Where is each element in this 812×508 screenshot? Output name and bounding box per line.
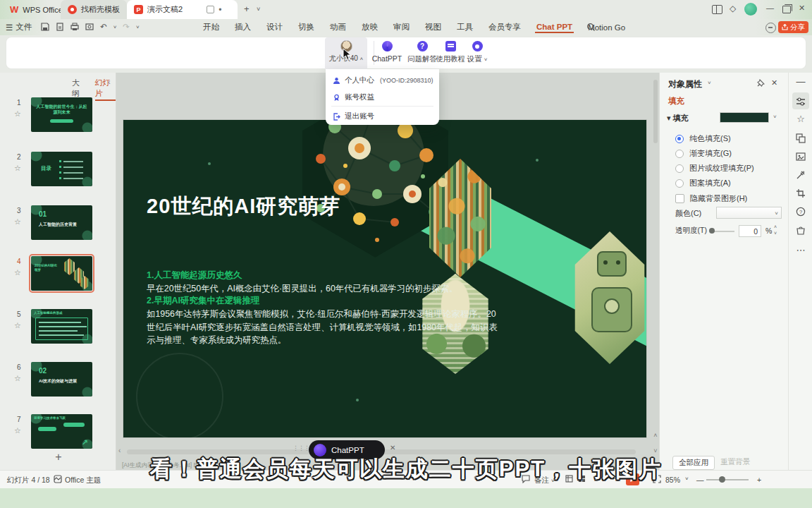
slide-thumbnail-4-selected[interactable]: 20世纪的AI研究萌芽 xyxy=(31,256,92,291)
favorite-star-icon[interactable]: ☆ xyxy=(14,374,21,383)
favorite-star-icon[interactable]: ☆ xyxy=(14,109,21,119)
slide-canvas[interactable]: 20世纪的AI研究萌芽 1.人工智能起源历史悠久 早在20世纪50年代，AI概念… xyxy=(116,73,659,470)
cloud-sync-icon[interactable] xyxy=(207,6,214,13)
option-picture-fill[interactable]: 图片或纹理填充(P) xyxy=(675,163,754,174)
chatppt-dock-handle[interactable]: ⋮⋮⋮ xyxy=(293,445,309,452)
slide-body-1[interactable]: 早在20世纪50年代，AI概念由艾伦·图灵提出，60年代已有机器学习的初步探索。 xyxy=(147,282,503,296)
panel-title-chevron[interactable]: ˅ xyxy=(708,80,711,86)
transparency-spinner[interactable]: ˄˅ xyxy=(774,224,777,236)
option-hide-background[interactable]: 隐藏背景图形(H) xyxy=(675,193,747,204)
menu-slideshow[interactable]: 放映 xyxy=(360,20,379,34)
image-rail-icon[interactable] xyxy=(789,150,812,162)
tab-list-chevron[interactable]: ˅ xyxy=(257,6,260,13)
current-slide[interactable]: 20世纪的AI研究萌芽 1.人工智能起源历史悠久 早在20世纪50年代，AI概念… xyxy=(123,120,646,437)
menu-view[interactable]: 视图 xyxy=(424,20,443,34)
menu-animation[interactable]: 动画 xyxy=(328,20,347,34)
undo-icon[interactable]: ↶ xyxy=(100,22,107,32)
favorite-star-icon[interactable]: ☆ xyxy=(14,164,21,173)
tab-docer-templates[interactable]: 找稻壳模板 xyxy=(61,0,127,19)
fill-section-header[interactable]: ▾ 填充 xyxy=(667,113,689,123)
option-solid-fill[interactable]: 纯色填充(S) xyxy=(675,133,731,144)
print-preview-icon[interactable] xyxy=(85,23,94,31)
radio-selected[interactable] xyxy=(675,135,684,143)
radio[interactable] xyxy=(675,150,684,158)
material-bag-rail-icon[interactable] xyxy=(789,224,812,235)
menu-home[interactable]: 开始 xyxy=(202,20,221,34)
minimize-button[interactable]: — xyxy=(766,4,774,12)
search-icon[interactable] xyxy=(586,23,596,32)
menu-insert[interactable]: 插入 xyxy=(233,20,252,34)
object-properties-rail-icon[interactable] xyxy=(789,95,812,107)
slide-heading-2[interactable]: 2.早期AI研究集中在逻辑推理 xyxy=(147,295,259,307)
tab-wps-home[interactable]: W WPS Office xyxy=(3,0,70,19)
collapse-ribbon-icon[interactable] xyxy=(765,23,776,33)
favorite-star-icon[interactable]: ☆ xyxy=(14,268,21,277)
favorite-star-icon[interactable]: ☆ xyxy=(14,321,21,330)
swatch-chevron[interactable]: ˅ xyxy=(773,114,777,120)
crop-rail-icon[interactable] xyxy=(789,187,812,198)
question-answer-icon: ? xyxy=(417,41,428,52)
windows-taskbar: 搜索 1 W ˄ S 17:25 2024/3/4 xyxy=(0,488,812,508)
vertical-scrollbar[interactable] xyxy=(653,80,658,143)
settings-button[interactable]: 设置 ˅ xyxy=(458,41,496,64)
chatppt-dock-close-icon[interactable]: ✕ xyxy=(390,444,395,452)
slide-thumbnail-3[interactable]: 01 人工智能的历史背景 xyxy=(31,205,92,240)
undo-chevron[interactable]: ˅ xyxy=(113,24,117,30)
radio[interactable] xyxy=(675,164,684,173)
collapse-panel-icon[interactable]: ‹ xyxy=(108,78,111,86)
menu-design[interactable]: 设计 xyxy=(265,20,284,34)
shapes-rail-icon[interactable] xyxy=(789,132,812,143)
menu-tools[interactable]: 工具 xyxy=(455,20,474,34)
slide-heading-1[interactable]: 1.人工智能起源历史悠久 xyxy=(147,270,242,282)
save-icon[interactable] xyxy=(41,23,49,31)
menu-chatppt[interactable]: Chat PPT xyxy=(535,21,574,33)
tab-presentation2[interactable]: P 演示文稿2 • xyxy=(127,0,238,19)
favorite-star-icon[interactable]: ☆ xyxy=(14,426,21,435)
maximize-button[interactable] xyxy=(782,6,791,13)
smart-tools-rail-icon[interactable] xyxy=(789,169,812,180)
slide-body-2[interactable]: 如1956年达特茅斯会议聚焦智能模拟，艾伦·纽厄尔和赫伯特·西蒙开发逻辑理论家程… xyxy=(147,308,503,347)
transparency-value-input[interactable]: 0 xyxy=(739,225,761,237)
fill-color-swatch[interactable] xyxy=(720,112,769,123)
slide-thumbnail-6[interactable]: 02 AI技术的突破与进展 xyxy=(31,362,92,397)
redo-chevron[interactable]: ˅ xyxy=(136,24,140,30)
panel-title[interactable]: 对象属性 xyxy=(668,78,702,90)
split-window-icon[interactable] xyxy=(712,5,722,14)
option-pattern-fill[interactable]: 图案填充(A) xyxy=(675,178,731,188)
option-gradient-fill[interactable]: 渐变填充(G) xyxy=(675,148,732,159)
print-icon[interactable] xyxy=(70,23,79,31)
share-button[interactable]: 分享 xyxy=(778,21,808,33)
effects-star-rail-icon[interactable]: ☆ xyxy=(789,114,812,124)
fill-tab[interactable]: 填充 xyxy=(668,96,684,107)
collapse-rail-icon[interactable]: — xyxy=(789,76,812,87)
radio[interactable] xyxy=(675,179,684,188)
workspace-cube-icon[interactable]: ◇ xyxy=(730,4,736,13)
checkbox[interactable] xyxy=(675,194,684,203)
help-rail-icon[interactable]: ? xyxy=(789,205,812,217)
menu-item-benefits[interactable]: 账号权益 xyxy=(326,89,439,106)
hscroll-left-arrow[interactable]: ‹ xyxy=(118,447,121,454)
slide-row-3: 3 ☆ 01 人工智能的历史背景 xyxy=(0,205,116,245)
menu-member[interactable]: 会员专享 xyxy=(487,20,522,34)
user-avatar[interactable] xyxy=(744,3,757,16)
slide-thumbnail-5[interactable]: 人工智能概念的形成 xyxy=(31,309,92,344)
export-pdf-icon[interactable] xyxy=(56,23,64,31)
slide-thumbnail-2[interactable]: 目录 xyxy=(31,152,92,186)
color-dropdown[interactable]: ˅ xyxy=(716,207,782,219)
menu-review[interactable]: 审阅 xyxy=(392,20,411,34)
menu-item-profile[interactable]: 个人中心 (YOO-ID:2908310) xyxy=(326,72,439,89)
favorite-star-icon[interactable]: ☆ xyxy=(14,217,21,226)
slide-thumbnail-1[interactable]: 人工智能的前世今生：从起源到未来 xyxy=(31,97,92,132)
menu-transition[interactable]: 切换 xyxy=(297,20,316,34)
pin-icon[interactable] xyxy=(757,79,765,88)
slide-title[interactable]: 20世纪的AI研究萌芽 xyxy=(147,192,358,220)
new-tab-button[interactable]: + xyxy=(244,4,250,14)
close-button[interactable]: ✕ xyxy=(799,4,805,13)
panel-close-icon[interactable]: ✕ xyxy=(771,78,777,87)
more-rail-icon[interactable]: ⋯ xyxy=(789,245,812,255)
slide-thumbnail-7[interactable]: 深度学习技术带来飞跃 ↗ xyxy=(31,414,92,449)
chatppt-button[interactable]: ChatPPT xyxy=(368,41,406,63)
file-menu[interactable]: ☰ 文件 xyxy=(6,22,32,32)
transparency-slider-knob[interactable] xyxy=(709,228,715,234)
menu-item-logout[interactable]: 退出账号 xyxy=(326,108,439,125)
